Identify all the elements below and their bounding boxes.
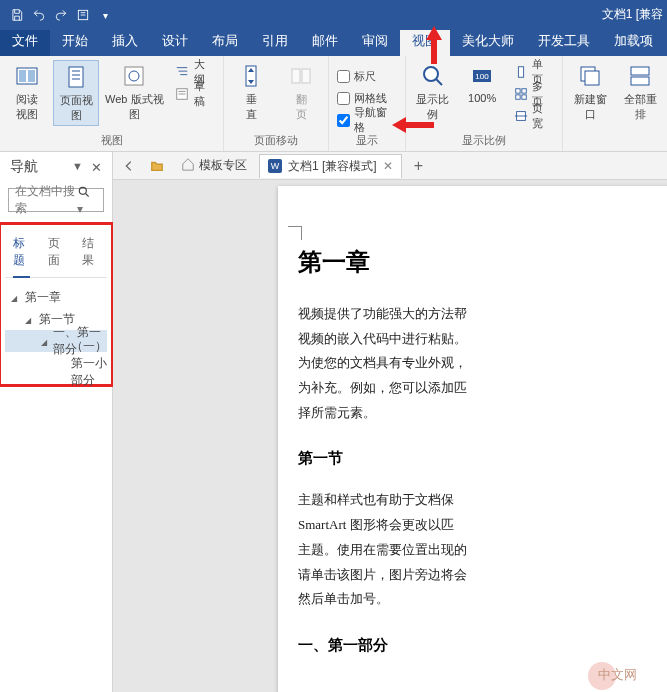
- page-canvas[interactable]: 第一章 视频提供了功能强大的方法帮 视频的嵌入代码中进行粘贴。 为使您的文档具有…: [113, 180, 667, 692]
- grid-label: 网格线: [354, 91, 387, 106]
- nav-title: 导航: [10, 158, 38, 176]
- template-tab-label: 模板专区: [199, 157, 247, 174]
- qat-customize-icon[interactable]: ▾: [94, 4, 116, 26]
- ruler-checkbox[interactable]: 标尺: [333, 66, 401, 86]
- qat-more-icon[interactable]: [72, 4, 94, 26]
- nav-tab-results[interactable]: 结果: [82, 235, 99, 269]
- new-window-button[interactable]: 新建窗口: [567, 60, 613, 124]
- svg-rect-20: [292, 69, 300, 83]
- multi-page-icon: [513, 86, 529, 102]
- doc-tab-folder-icon[interactable]: [145, 155, 169, 177]
- grid-check-input[interactable]: [337, 92, 350, 105]
- svg-rect-36: [631, 77, 649, 85]
- navpane-check-input[interactable]: [337, 114, 350, 127]
- tab-start[interactable]: 开始: [50, 28, 100, 56]
- svg-rect-28: [521, 89, 525, 93]
- ribbon-group-window-label: [563, 146, 667, 151]
- navpane-checkbox[interactable]: 导航窗格: [333, 110, 401, 130]
- nav-tabs: 标题 页面 结果: [5, 231, 107, 278]
- document-tab-label: 文档1 [兼容模式]: [288, 158, 377, 175]
- tab-developer[interactable]: 开发工具: [526, 28, 602, 56]
- ruler-check-input[interactable]: [337, 70, 350, 83]
- doc-tab-back-icon[interactable]: [117, 155, 141, 177]
- word-doc-icon: W: [268, 159, 282, 173]
- tab-design[interactable]: 设计: [150, 28, 200, 56]
- template-tab[interactable]: 模板专区: [173, 157, 255, 174]
- nav-tab-pages[interactable]: 页面: [48, 235, 65, 269]
- save-icon[interactable]: [6, 4, 28, 26]
- svg-marker-1: [426, 26, 442, 64]
- tab-review[interactable]: 审阅: [350, 28, 400, 56]
- watermark-text: 中文网: [598, 667, 637, 682]
- arrange-all-button[interactable]: 全部重排: [617, 60, 663, 124]
- nav-search-box[interactable]: 在文档中搜索 ▾: [8, 188, 104, 212]
- svg-rect-5: [69, 67, 83, 87]
- nav-tree: 第一章 第一节 一、第一部分 （一）第一小部分: [5, 286, 107, 374]
- search-icon[interactable]: ▾: [77, 185, 97, 216]
- svg-line-39: [86, 193, 89, 196]
- nav-dropdown-icon[interactable]: ▼: [72, 160, 83, 175]
- svg-rect-27: [515, 89, 519, 93]
- arrange-all-icon: [626, 62, 654, 90]
- page-view-icon: [62, 63, 90, 91]
- redo-icon[interactable]: [50, 4, 72, 26]
- page-width-button[interactable]: 页宽: [509, 106, 558, 126]
- svg-line-23: [436, 79, 442, 85]
- window-title: 文档1 [兼容: [602, 6, 663, 23]
- doc-paragraph: 视频的嵌入代码中进行粘贴。: [298, 327, 667, 352]
- ruler-label: 标尺: [354, 69, 376, 84]
- svg-rect-35: [631, 67, 649, 75]
- home-icon: [181, 157, 195, 174]
- nav-close-icon[interactable]: ✕: [91, 160, 102, 175]
- side-label: 翻 页: [296, 92, 307, 122]
- tree-label: （一）第一小部分: [71, 338, 107, 389]
- tab-layout[interactable]: 布局: [200, 28, 250, 56]
- undo-icon[interactable]: [28, 4, 50, 26]
- new-window-label: 新建窗口: [569, 92, 611, 122]
- svg-rect-30: [521, 95, 525, 99]
- ribbon-group-pagemove-label: 页面移动: [224, 131, 328, 151]
- tab-addins[interactable]: 加载项: [602, 28, 665, 56]
- svg-rect-3: [19, 70, 26, 82]
- hundred-button[interactable]: 100 100%: [459, 60, 504, 106]
- tab-file[interactable]: 文件: [0, 28, 50, 56]
- ribbon: 阅读 视图 页面视图 Web 版式视图 大纲 草稿 视图: [0, 56, 667, 152]
- read-view-label: 阅读 视图: [16, 92, 38, 122]
- nav-tab-headings[interactable]: 标题: [13, 235, 30, 278]
- tab-mail[interactable]: 邮件: [300, 28, 350, 56]
- tab-references[interactable]: 引用: [250, 28, 300, 56]
- new-tab-button[interactable]: +: [406, 157, 431, 175]
- side-button[interactable]: 翻 页: [278, 60, 324, 124]
- doc-heading-1: 第一章: [298, 246, 667, 278]
- document-tab-bar: 模板专区 W 文档1 [兼容模式] ✕ +: [113, 152, 667, 180]
- doc-heading-2b: 一、第一部分: [298, 636, 667, 655]
- vertical-button[interactable]: 垂 直: [228, 60, 274, 124]
- nav-search-placeholder: 在文档中搜索: [15, 183, 77, 217]
- doc-paragraph: 为使您的文档具有专业外观，: [298, 351, 667, 376]
- annotation-arrow-view-tab: [424, 26, 444, 67]
- workspace: 导航 ▼ ✕ 在文档中搜索 ▾ 标题 页面 结果 第一章 第一节 一、第一部分 …: [0, 152, 667, 692]
- draft-button[interactable]: 草稿: [170, 84, 219, 104]
- ribbon-group-views-label: 视图: [0, 131, 223, 151]
- svg-text:100: 100: [475, 72, 489, 81]
- tab-beautify[interactable]: 美化大师: [450, 28, 526, 56]
- document-tab-close-icon[interactable]: ✕: [383, 159, 393, 173]
- doc-paragraph: 择所需元素。: [298, 401, 667, 426]
- tree-item-chapter1[interactable]: 第一章: [5, 286, 107, 308]
- hundred-icon: 100: [468, 62, 496, 90]
- svg-rect-9: [125, 67, 143, 85]
- read-view-button[interactable]: 阅读 视图: [4, 60, 49, 124]
- doc-paragraph: SmartArt 图形将会更改以匹: [298, 513, 667, 538]
- page-view-button[interactable]: 页面视图: [53, 60, 98, 126]
- doc-paragraph: 主题。使用在需要位置出现的: [298, 538, 667, 563]
- doc-paragraph: 主题和样式也有助于文档保: [298, 488, 667, 513]
- web-view-button[interactable]: Web 版式视图: [103, 60, 166, 124]
- ribbon-group-pagemove: 垂 直 翻 页 页面移动: [224, 56, 329, 151]
- tab-insert[interactable]: 插入: [100, 28, 150, 56]
- doc-heading-2: 第一节: [298, 449, 667, 468]
- outline-icon: [174, 64, 190, 80]
- zoom-button[interactable]: 显示比例: [410, 60, 455, 124]
- document-tab[interactable]: W 文档1 [兼容模式] ✕: [259, 154, 402, 178]
- svg-rect-4: [28, 70, 35, 82]
- title-bar: ▾ 文档1 [兼容: [0, 0, 667, 30]
